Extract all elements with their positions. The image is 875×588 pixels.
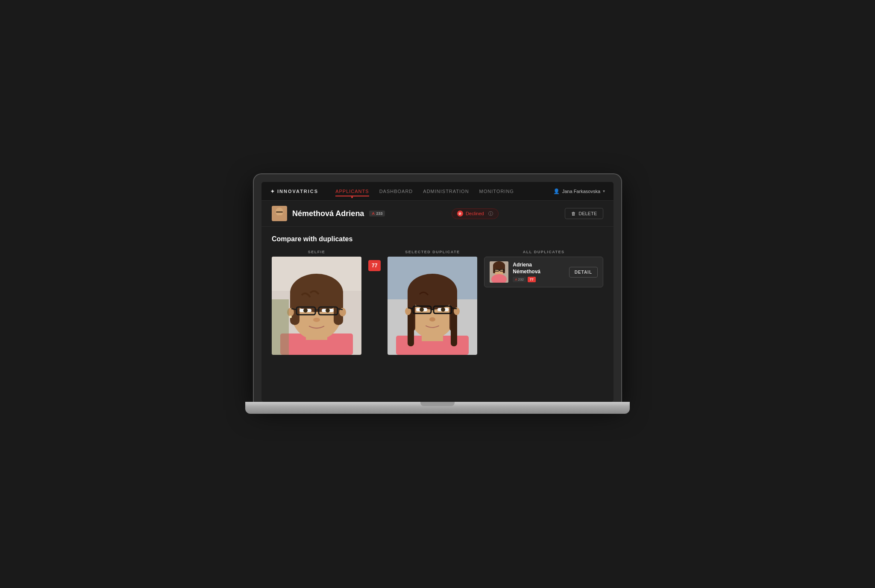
similarity-score-badge: 77: [368, 260, 381, 271]
status-badge: ⊘ Declined ⓘ: [452, 208, 499, 219]
laptop-wrapper: ✦ INNOVATRICS APPLICANTS DASHBOARD ADMIN…: [245, 174, 630, 414]
user-icon: 👤: [553, 188, 560, 194]
avatar: [272, 206, 287, 221]
similarity-section: 77: [368, 260, 381, 271]
badge-number: 233: [376, 211, 382, 216]
chevron-down-icon: ▾: [603, 189, 605, 193]
user-name: Jana Farkasovska: [562, 189, 600, 194]
svg-point-18: [326, 308, 330, 313]
logo: ✦ INNOVATRICS: [270, 188, 318, 195]
user-menu[interactable]: 👤 Jana Farkasovska ▾: [553, 188, 605, 194]
trash-icon: 🗑: [571, 211, 576, 216]
selfie-image: [272, 257, 361, 355]
nav-links: APPLICANTS DASHBOARD ADMINISTRATION MONI…: [335, 187, 553, 196]
duplicate-image: [388, 257, 477, 355]
svg-rect-3: [276, 211, 283, 213]
declined-icon: ⊘: [457, 211, 463, 216]
detail-button[interactable]: DETAIL: [569, 267, 598, 278]
svg-point-40: [420, 307, 424, 312]
app-container: ✦ INNOVATRICS APPLICANTS DASHBOARD ADMIN…: [261, 182, 614, 402]
selected-duplicate-column: SELECTED DUPLICATE: [388, 250, 477, 355]
section-title: Compare with duplicates: [272, 235, 603, 243]
svg-rect-51: [493, 265, 495, 273]
dup-id-badge: A 232: [513, 277, 526, 282]
svg-rect-52: [503, 265, 505, 273]
avatar-image: [272, 206, 287, 221]
svg-rect-10: [290, 291, 299, 325]
nav-applicants[interactable]: APPLICANTS: [335, 187, 369, 196]
dup-name-line2: Némethová: [513, 269, 564, 275]
laptop-base: [245, 402, 630, 414]
logo-text: INNOVATRICS: [277, 189, 318, 194]
svg-point-14: [289, 316, 292, 318]
selfie-column: SELFIE: [272, 250, 361, 355]
compare-layout: SELFIE: [272, 250, 603, 355]
logo-icon: ✦: [270, 188, 275, 195]
duplicate-photo-frame: [388, 257, 477, 355]
svg-point-41: [441, 307, 445, 312]
nav-monitoring[interactable]: MONITORING: [479, 187, 514, 196]
laptop-screen-outer: ✦ INNOVATRICS APPLICANTS DASHBOARD ADMIN…: [254, 174, 621, 402]
dup-badges: A 232 77: [513, 277, 564, 282]
navbar: ✦ INNOVATRICS APPLICANTS DASHBOARD ADMIN…: [261, 182, 614, 201]
svg-rect-25: [272, 299, 289, 355]
dup-score-badge: 77: [528, 277, 536, 282]
svg-point-24: [313, 318, 320, 322]
applicant-info: Némethová Adriena A 233: [272, 206, 385, 221]
svg-rect-11: [334, 291, 343, 325]
page-header: Némethová Adriena A 233 ⊘ Declined ⓘ 🗑: [261, 201, 614, 227]
laptop-notch: [420, 402, 455, 406]
dup-info: Adriena Némethová A 232 77: [513, 262, 564, 282]
applicant-id-badge: A 233: [369, 211, 385, 216]
selected-duplicate-label: SELECTED DUPLICATE: [388, 250, 477, 254]
info-icon[interactable]: ⓘ: [488, 211, 493, 217]
nav-administration[interactable]: ADMINISTRATION: [423, 187, 469, 196]
all-duplicates-label: ALL DUPLICATES: [484, 250, 603, 254]
dup-name-line1: Adriena: [513, 262, 564, 269]
nav-dashboard[interactable]: DASHBOARD: [379, 187, 413, 196]
laptop-screen: ✦ INNOVATRICS APPLICANTS DASHBOARD ADMIN…: [261, 182, 614, 402]
main-content: Compare with duplicates SELFIE: [261, 227, 614, 402]
selfie-photo-frame: [272, 257, 361, 355]
duplicate-card: Adriena Némethová A 232 77: [484, 257, 603, 287]
selfie-label: SELFIE: [272, 250, 361, 254]
status-label: Declined: [466, 211, 484, 216]
all-duplicates-panel: ALL DUPLICATES: [484, 250, 603, 287]
delete-button[interactable]: 🗑 DELETE: [565, 208, 603, 219]
delete-label: DELETE: [578, 211, 597, 216]
svg-point-17: [303, 308, 308, 313]
dup-avatar: [490, 261, 508, 283]
applicant-name: Némethová Adriena: [292, 209, 364, 218]
svg-point-47: [429, 317, 435, 322]
